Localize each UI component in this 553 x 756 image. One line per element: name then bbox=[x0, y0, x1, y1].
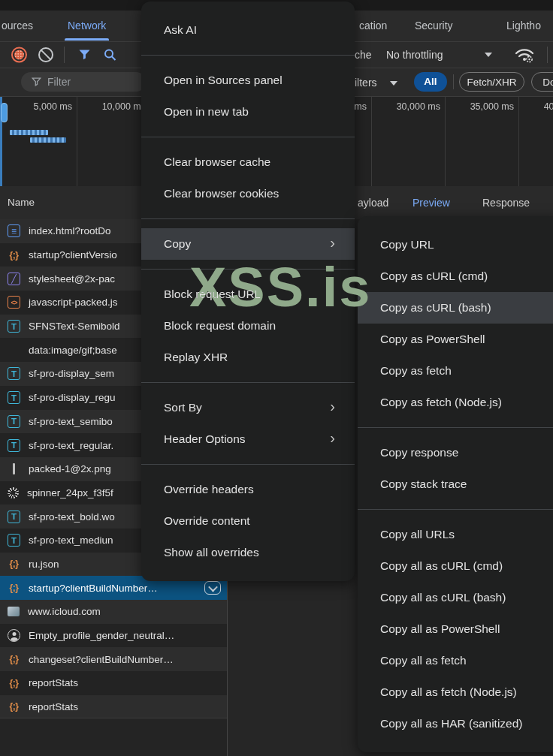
timeline-tick-label: 5,000 ms bbox=[9, 101, 72, 112]
menu-item-block-request-url[interactable]: Block request URL bbox=[141, 279, 355, 310]
menu-item-show-all-overrides[interactable]: Show all overrides bbox=[141, 537, 355, 568]
menu-item-copy[interactable]: Copy› bbox=[141, 228, 355, 260]
menu-item-ask-ai[interactable]: Ask AI bbox=[141, 14, 355, 46]
menu-item-override-headers[interactable]: Override headers bbox=[141, 474, 355, 505]
menu-item-replay-xhr[interactable]: Replay XHR bbox=[141, 342, 355, 373]
request-list-empty-area bbox=[0, 719, 227, 756]
menu-item-block-request-domain[interactable]: Block request domain bbox=[141, 310, 355, 342]
menu-item-copy-as-curl-cmd[interactable]: Copy as cURL (cmd) bbox=[358, 261, 553, 292]
menu-item-copy-as-fetch-node-js[interactable]: Copy as fetch (Node.js) bbox=[358, 387, 553, 418]
submenu-arrow-icon: › bbox=[330, 398, 335, 415]
menu-item-clear-browser-cookies[interactable]: Clear browser cookies bbox=[141, 178, 355, 209]
menu-item-header-options[interactable]: Header Options› bbox=[141, 423, 355, 455]
json-braces-icon: {;} bbox=[8, 653, 20, 666]
network-conditions-icon[interactable] bbox=[514, 47, 535, 63]
menu-item-sort-by[interactable]: Sort By› bbox=[141, 392, 355, 423]
request-name-label: javascript-packed.js bbox=[29, 297, 118, 308]
menu-item-copy-as-fetch[interactable]: Copy as fetch bbox=[358, 355, 553, 387]
timeline-tick-label: 30,000 ms bbox=[377, 101, 440, 112]
menu-item-label: Clear browser cache bbox=[164, 155, 270, 169]
menu-item-copy-all-as-curl-cmd[interactable]: Copy all as cURL (cmd) bbox=[358, 550, 553, 582]
menu-item-copy-stack-trace[interactable]: Copy stack trace bbox=[358, 468, 553, 500]
menu-item-copy-url[interactable]: Copy URL bbox=[358, 229, 553, 261]
disable-cache-label-fragment[interactable]: che bbox=[355, 42, 372, 68]
menu-item-open-in-sources-panel[interactable]: Open in Sources panel bbox=[141, 65, 355, 96]
menu-item-copy-as-curl-bash[interactable]: Copy as cURL (bash) bbox=[358, 292, 553, 324]
menu-item-label: Copy bbox=[164, 237, 191, 251]
tab-lightho[interactable]: Lightho bbox=[506, 11, 541, 41]
menu-item-label: Replay XHR bbox=[164, 351, 228, 364]
clear-network-log-icon[interactable] bbox=[38, 47, 53, 62]
menu-item-label: Clear browser cookies bbox=[164, 187, 279, 200]
tab-security[interactable]: Security bbox=[415, 11, 453, 41]
network-request-row[interactable]: {;}reportStats bbox=[0, 671, 227, 695]
menu-item-override-content[interactable]: Override content bbox=[141, 505, 355, 537]
name-column-header[interactable]: Name bbox=[8, 186, 35, 219]
menu-item-label: Copy stack trace bbox=[380, 477, 467, 491]
waterfall-bar bbox=[10, 130, 48, 135]
filter-pill-do[interactable]: Do bbox=[531, 72, 553, 92]
request-name-label: sf-pro-text_semibo bbox=[29, 416, 113, 427]
search-icon[interactable] bbox=[104, 49, 116, 62]
network-request-row[interactable]: Empty_profile_gender_neutral… bbox=[0, 624, 227, 648]
menu-separator bbox=[358, 427, 553, 428]
more-filters-dropdown-arrow-icon[interactable] bbox=[390, 81, 397, 86]
tab-network[interactable]: Network bbox=[68, 11, 106, 41]
filter-pill-fetch-xhr[interactable]: Fetch/XHR bbox=[459, 72, 524, 92]
menu-separator bbox=[141, 269, 355, 270]
timeline-gridline bbox=[445, 97, 446, 186]
detail-tab-response[interactable]: Response bbox=[482, 186, 530, 219]
menu-separator bbox=[141, 382, 355, 383]
menu-item-copy-all-as-curl-bash[interactable]: Copy all as cURL (bash) bbox=[358, 582, 553, 613]
menu-item-open-in-new-tab[interactable]: Open in new tab bbox=[141, 96, 355, 128]
request-name-label: stylesheet@2x-pac bbox=[29, 273, 115, 285]
tab-ources[interactable]: ources bbox=[2, 11, 33, 41]
throttling-select[interactable]: No throttling bbox=[386, 42, 443, 68]
menu-item-label: Header Options bbox=[164, 432, 246, 446]
doc-icon: ≡ bbox=[8, 224, 20, 237]
menu-item-label: Copy as PowerShell bbox=[380, 333, 485, 346]
record-network-log-icon[interactable] bbox=[11, 47, 27, 63]
json-braces-icon: {;} bbox=[8, 248, 20, 261]
menu-item-label: Copy all as PowerShell bbox=[380, 622, 500, 636]
detail-tab-preview[interactable]: Preview bbox=[412, 186, 450, 219]
menu-item-label: Copy as fetch (Node.js) bbox=[380, 396, 502, 409]
menu-separator bbox=[141, 137, 355, 137]
filter-input[interactable]: Filter bbox=[21, 72, 146, 92]
filter-pill-all[interactable]: All bbox=[414, 72, 447, 92]
font-icon: T bbox=[8, 534, 20, 547]
request-name-label: spinner_24px_f3f5f bbox=[27, 487, 113, 498]
overview-handle[interactable] bbox=[1, 103, 8, 122]
font-icon: T bbox=[8, 367, 20, 380]
network-request-row[interactable]: {;}changeset?clientBuildNumber… bbox=[0, 647, 227, 671]
menu-item-copy-all-as-powershell[interactable]: Copy all as PowerShell bbox=[358, 613, 553, 645]
spinner-image-icon bbox=[8, 487, 19, 498]
filter-toggle-icon[interactable] bbox=[78, 49, 91, 61]
font-icon: T bbox=[8, 391, 20, 404]
menu-item-copy-all-urls[interactable]: Copy all URLs bbox=[358, 519, 553, 550]
request-name-label: changeset?clientBuildNumber… bbox=[29, 654, 174, 665]
menu-item-copy-all-as-har-sanitized[interactable]: Copy all as HAR (sanitized) bbox=[358, 708, 553, 739]
menu-item-clear-browser-cache[interactable]: Clear browser cache bbox=[141, 146, 355, 178]
menu-item-copy-all-as-fetch-node-js[interactable]: Copy all as fetch (Node.js) bbox=[358, 676, 553, 708]
menu-item-label: Block request URL bbox=[164, 288, 261, 301]
context-menu: Ask AIOpen in Sources panelOpen in new t… bbox=[141, 2, 355, 581]
network-request-row[interactable]: {;}reportStats bbox=[0, 695, 227, 719]
menu-item-label: Copy URL bbox=[380, 238, 434, 251]
toolbar-divider bbox=[547, 47, 548, 63]
font-icon: T bbox=[8, 415, 20, 428]
menu-item-copy-as-powershell[interactable]: Copy as PowerShell bbox=[358, 324, 553, 355]
request-name-label: startup?clientVersio bbox=[29, 249, 117, 261]
more-filters-label-fragment[interactable]: ilters bbox=[355, 70, 377, 95]
tab-cation[interactable]: cation bbox=[359, 11, 387, 41]
ai-chat-badge-icon[interactable] bbox=[204, 581, 221, 595]
request-name-label: ru.json bbox=[29, 559, 59, 570]
throttling-dropdown-arrow-icon[interactable] bbox=[485, 53, 492, 57]
menu-item-copy-response[interactable]: Copy response bbox=[358, 437, 553, 468]
image-sliver-icon bbox=[8, 462, 20, 475]
network-request-row[interactable]: www.icloud.com bbox=[0, 600, 227, 624]
menu-item-copy-all-as-fetch[interactable]: Copy all as fetch bbox=[358, 645, 553, 676]
detail-tab-ayload[interactable]: ayload bbox=[358, 186, 388, 219]
timeline-gridline bbox=[518, 97, 519, 186]
request-name-label: sf-pro-display_sem bbox=[29, 368, 114, 379]
